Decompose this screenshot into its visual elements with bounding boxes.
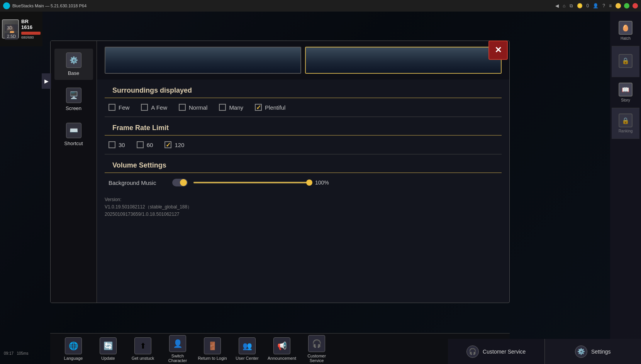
action-unstuck[interactable]: ⬆ Get unstuck bbox=[127, 337, 158, 361]
bgm-slider-thumb[interactable] bbox=[306, 179, 312, 186]
base-nav-icon: ⚙️ bbox=[66, 52, 81, 68]
hp-bar bbox=[21, 32, 41, 35]
base-nav-label: Base bbox=[68, 70, 80, 76]
return-login-label: Return to Login bbox=[198, 356, 227, 361]
action-bar: 🌐 Language 🔄 Update ⬆ Get unstuck 👤 Swit… bbox=[50, 333, 510, 364]
option-fps30[interactable]: 30 bbox=[109, 141, 125, 148]
checkbox-a-few[interactable] bbox=[141, 104, 148, 111]
option-plentiful[interactable]: ✓ Plentiful bbox=[255, 104, 285, 111]
checkbox-fps30[interactable] bbox=[109, 141, 115, 148]
nav-arrow[interactable]: ▶ bbox=[42, 73, 51, 89]
settings-bottom-label: Settings bbox=[591, 349, 611, 355]
customer-service-bottom-button[interactable]: 🎧 Customer Service bbox=[448, 339, 545, 364]
bgm-label: Background Music bbox=[109, 179, 166, 186]
surroundings-title: Surroundings displayed bbox=[105, 80, 502, 98]
settings-panel: ⚙️ Base 🖥️ Screen ⌨️ Shortcut Surroundin… bbox=[50, 41, 510, 303]
sidebar-item-story[interactable]: 📖 Story bbox=[612, 77, 639, 108]
unstuck-icon: ⬆ bbox=[134, 337, 151, 354]
help-icon[interactable]: ? bbox=[602, 3, 605, 8]
maximize-button[interactable] bbox=[624, 3, 629, 8]
option-a-few-label: A Few bbox=[151, 104, 167, 111]
screen-nav-label: Screen bbox=[66, 105, 81, 111]
home-icon[interactable]: ⌂ bbox=[563, 3, 565, 8]
checkbox-fps60[interactable] bbox=[137, 141, 144, 148]
action-update[interactable]: 🔄 Update bbox=[93, 337, 124, 361]
titlebar-controls bbox=[616, 3, 638, 8]
hp-text: 680/680 bbox=[21, 36, 41, 39]
bgm-slider[interactable] bbox=[193, 182, 309, 183]
settings-bottom-button[interactable]: ⚙️ Settings bbox=[545, 339, 641, 364]
option-fps120[interactable]: ✓ 120 bbox=[164, 141, 184, 148]
option-many-label: Many bbox=[229, 104, 243, 111]
bottom-info: 09:17 105ms bbox=[4, 350, 28, 356]
action-customer-service[interactable]: 🎧 Customer Service bbox=[301, 335, 332, 363]
settings-nav-screen[interactable]: 🖥️ Screen bbox=[54, 84, 93, 115]
titlebar-icons: ◀ ⌂ ⧉ 🪙 0 👤 ? ≡ bbox=[555, 3, 612, 8]
settings-nav-shortcut[interactable]: ⌨️ Shortcut bbox=[54, 119, 93, 150]
right-sidebar: 🥚 Hatch 🔒 📖 Story 🔒 Ranking bbox=[610, 12, 641, 364]
volume-title: Volume Settings bbox=[105, 154, 502, 173]
view-3d-button[interactable]: 3D bbox=[5, 24, 18, 31]
action-user-center[interactable]: 👥 User Center bbox=[232, 337, 263, 361]
checkbox-fps120[interactable]: ✓ bbox=[164, 141, 171, 148]
settings-content: Surroundings displayed Few A Few Normal … bbox=[97, 41, 509, 303]
update-label: Update bbox=[101, 356, 115, 361]
action-switch-char[interactable]: 👤 Switch Character bbox=[162, 335, 193, 363]
cs-bottom-icon: 🎧 bbox=[466, 345, 479, 358]
view-25d-button[interactable]: 2.5D bbox=[5, 33, 18, 40]
menu-icon[interactable]: ≡ bbox=[609, 3, 612, 8]
option-many[interactable]: Many bbox=[219, 104, 243, 111]
check-icon-plentiful: ✓ bbox=[256, 104, 261, 111]
version-label: Version: bbox=[105, 197, 121, 202]
lock-icon-1: 🔒 bbox=[619, 54, 633, 68]
customer-service-label: Customer Service bbox=[301, 354, 332, 363]
preview-img-1-inner bbox=[105, 47, 300, 73]
unstuck-label: Get unstuck bbox=[132, 356, 154, 361]
checkbox-few[interactable] bbox=[109, 104, 115, 111]
checkbox-normal[interactable] bbox=[179, 104, 186, 111]
account-icon[interactable]: 👤 bbox=[593, 3, 599, 8]
user-center-icon: 👥 bbox=[239, 337, 256, 354]
titlebar: BlueStacks Main — 5.21.630.1018 P64 ◀ ⌂ … bbox=[0, 0, 641, 12]
sidebar-item-locked1: 🔒 bbox=[612, 46, 639, 77]
settings-close-button[interactable]: ✕ bbox=[488, 41, 508, 60]
checkbox-many[interactable] bbox=[219, 104, 226, 111]
volume-bgm-row: Background Music 100% bbox=[105, 173, 502, 192]
option-fps60[interactable]: 60 bbox=[137, 141, 153, 148]
battle-rating: BR 1616 bbox=[21, 19, 41, 30]
bgm-toggle[interactable] bbox=[172, 179, 188, 186]
coin-count: 0 bbox=[587, 3, 589, 8]
option-normal[interactable]: Normal bbox=[179, 104, 207, 111]
option-fps60-label: 60 bbox=[147, 142, 153, 148]
lock-icon-2: 🔒 bbox=[619, 113, 633, 127]
bluestacks-logo bbox=[3, 2, 10, 9]
bgm-slider-fill bbox=[193, 182, 309, 183]
action-language[interactable]: 🌐 Language bbox=[58, 337, 89, 361]
preview-img-2[interactable] bbox=[305, 47, 502, 74]
sidebar-item-hatch[interactable]: 🥚 Hatch bbox=[612, 15, 639, 46]
action-return-login[interactable]: 🚪 Return to Login bbox=[197, 337, 228, 361]
return-login-icon: 🚪 bbox=[204, 337, 221, 354]
action-announcement[interactable]: 📢 Announcement bbox=[266, 337, 297, 361]
language-icon: 🌐 bbox=[65, 337, 82, 354]
settings-nav-base[interactable]: ⚙️ Base bbox=[54, 49, 93, 80]
checkbox-plentiful[interactable]: ✓ bbox=[255, 104, 262, 111]
minimize-button[interactable] bbox=[616, 3, 621, 8]
option-fps120-label: 120 bbox=[175, 142, 184, 148]
ping-display: 105ms bbox=[17, 351, 28, 356]
option-few[interactable]: Few bbox=[109, 104, 129, 111]
view-buttons: 3D 2.5D bbox=[5, 24, 18, 40]
bgm-percent: 100% bbox=[315, 179, 331, 186]
toggle-knob bbox=[180, 179, 187, 186]
switch-char-icon: 👤 bbox=[169, 335, 186, 352]
option-a-few[interactable]: A Few bbox=[141, 104, 167, 111]
tabs-icon[interactable]: ⧉ bbox=[570, 3, 573, 8]
customer-service-icon: 🎧 bbox=[308, 335, 325, 352]
preview-img-1[interactable] bbox=[105, 47, 301, 74]
option-few-label: Few bbox=[119, 104, 129, 111]
language-label: Language bbox=[64, 356, 83, 361]
settings-nav: ⚙️ Base 🖥️ Screen ⌨️ Shortcut bbox=[51, 41, 97, 303]
close-button[interactable] bbox=[633, 3, 638, 8]
time-display: 09:17 bbox=[4, 351, 14, 356]
back-icon[interactable]: ◀ bbox=[555, 3, 559, 8]
